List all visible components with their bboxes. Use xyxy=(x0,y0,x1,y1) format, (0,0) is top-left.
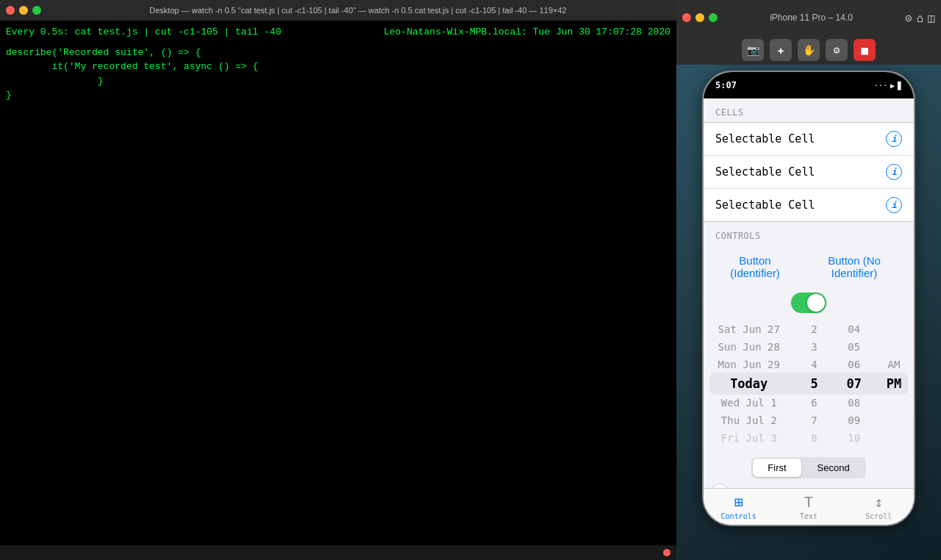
sim-title-icon2: ⌂ xyxy=(917,11,924,25)
settings-tool-button[interactable]: ⚙ xyxy=(826,39,848,61)
date-picker[interactable]: Sat Jun 27 2 04 Sun Jun 28 3 05 Mo xyxy=(704,317,914,450)
tab-text[interactable]: T Text xyxy=(773,493,843,520)
simulator-panel: iPhone 11 Pro – 14.0 ⊙ ⌂ ◫ 📷 ✚ ✋ ⚙ ■ 5:0… xyxy=(676,0,941,560)
tab-scroll-label: Scroll xyxy=(865,512,892,520)
segmented-control: First Second xyxy=(751,457,865,478)
picker-row-selected: Today 5 07 PM xyxy=(704,373,914,394)
tab-text-label: Text xyxy=(800,512,817,520)
sim-minimize-button[interactable] xyxy=(695,13,704,22)
segmented-control-row: First Second xyxy=(704,450,914,486)
text-tab-icon: T xyxy=(804,493,813,511)
picker-rows: Sat Jun 27 2 04 Sun Jun 28 3 05 Mo xyxy=(704,320,914,447)
code-line-3: } xyxy=(6,74,670,89)
cells-section-header: CELLS xyxy=(704,98,914,122)
close-button[interactable] xyxy=(6,6,15,15)
seg-first-button[interactable]: First xyxy=(753,459,801,477)
terminal-titlebar: Desktop — watch -n 0.5 "cat test.js | cu… xyxy=(0,0,676,21)
picker-row-2: Sun Jun 28 3 05 xyxy=(704,338,914,356)
status-icons: ··· ▶ ▊ xyxy=(874,82,902,90)
toggle-switch[interactable] xyxy=(791,292,826,313)
simulator-titlebar: iPhone 11 Pro – 14.0 ⊙ ⌂ ◫ xyxy=(676,0,941,35)
cell-label-3: Selectable Cell xyxy=(715,198,815,212)
terminal-bottom-bar xyxy=(0,545,676,560)
battery-icon: ▊ xyxy=(898,82,902,90)
terminal-window: Desktop — watch -n 0.5 "cat test.js | cu… xyxy=(0,0,676,560)
sim-title-icon3: ◫ xyxy=(928,11,935,25)
signal-icon: ··· xyxy=(874,82,887,90)
iphone-tabbar: ⊞ Controls T Text ↕ Scroll xyxy=(704,488,914,525)
picker-row-3: Mon Jun 29 4 06 AM xyxy=(704,356,914,373)
code-line-1: describe('Recorded suite', () => { xyxy=(6,46,670,60)
hand-tool-button[interactable]: ✋ xyxy=(798,39,820,61)
picker-row-7: Fri Jul 3 8 10 xyxy=(704,429,914,447)
iphone-device: 5:07 ··· ▶ ▊ CELLS Selectable Cell i xyxy=(702,71,915,526)
terminal-timestamp: Leo-Natans-Wix-MPB.local: Tue Jun 30 17:… xyxy=(384,25,670,40)
maximize-button[interactable] xyxy=(32,6,41,15)
tab-controls-label: Controls xyxy=(721,512,756,520)
wifi-icon: ▶ xyxy=(890,82,895,90)
terminal-header: Every 0.5s: cat test.js | cut -c1-105 | … xyxy=(6,25,670,40)
picker-row-5: Wed Jul 1 6 08 xyxy=(704,394,914,412)
cell-label-1: Selectable Cell xyxy=(715,132,815,146)
terminal-body: Every 0.5s: cat test.js | cut -c1-105 | … xyxy=(0,21,676,107)
stop-tool-button[interactable]: ■ xyxy=(854,39,876,61)
add-tool-button[interactable]: ✚ xyxy=(770,39,792,61)
status-time: 5:07 xyxy=(715,80,737,90)
sim-close-button[interactable] xyxy=(682,13,691,22)
sim-maximize-button[interactable] xyxy=(709,13,718,22)
toggle-knob xyxy=(807,294,825,312)
camera-tool-button[interactable]: 📷 xyxy=(742,39,764,61)
terminal-status-dot xyxy=(663,549,670,556)
toggle-row xyxy=(704,288,914,317)
controls-section-header: CONTROLS xyxy=(704,222,914,245)
terminal-watch-cmd: Every 0.5s: cat test.js | cut -c1-105 | … xyxy=(6,25,281,40)
cell-label-2: Selectable Cell xyxy=(715,165,815,179)
info-icon-3[interactable]: i xyxy=(886,197,902,213)
terminal-title: Desktop — watch -n 0.5 "cat test.js | cu… xyxy=(46,6,670,15)
controls-tab-icon: ⊞ xyxy=(734,493,743,511)
button-no-identifier[interactable]: Button (No Identifier) xyxy=(806,254,902,279)
seg-second-button[interactable]: Second xyxy=(803,459,865,477)
controls-buttons: Button (Identifier) Button (No Identifie… xyxy=(704,245,914,288)
sim-title-icon1: ⊙ xyxy=(905,11,912,25)
terminal-code-block: describe('Recorded suite', () => { it('M… xyxy=(6,46,670,103)
iphone-notch xyxy=(765,72,853,90)
iphone-content: CELLS Selectable Cell i Selectable Cell … xyxy=(704,98,914,488)
code-line-2: it('My recorded test', async () => { xyxy=(6,60,670,74)
picker-row-6: Thu Jul 2 7 09 xyxy=(704,412,914,429)
simulator-title: iPhone 11 Pro – 14.0 xyxy=(722,12,901,23)
button-identifier[interactable]: Button (Identifier) xyxy=(715,254,795,279)
info-icon-1[interactable]: i xyxy=(886,131,902,147)
table-row[interactable]: Selectable Cell i xyxy=(704,189,914,221)
minimize-button[interactable] xyxy=(19,6,28,15)
table-row[interactable]: Selectable Cell i xyxy=(704,156,914,189)
iphone-wrapper: 5:07 ··· ▶ ▊ CELLS Selectable Cell i xyxy=(676,71,941,526)
scroll-tab-icon: ↕ xyxy=(874,493,883,511)
simulator-toolbar: 📷 ✚ ✋ ⚙ ■ xyxy=(676,35,941,65)
tab-controls[interactable]: ⊞ Controls xyxy=(704,493,773,520)
code-line-4: } xyxy=(6,88,670,103)
cells-list: Selectable Cell i Selectable Cell i Sele… xyxy=(704,122,914,222)
picker-row-1: Sat Jun 27 2 04 xyxy=(704,320,914,338)
info-icon-2[interactable]: i xyxy=(886,164,902,180)
iphone-status-bar: 5:07 ··· ▶ ▊ xyxy=(704,72,914,98)
table-row[interactable]: Selectable Cell i xyxy=(704,123,914,156)
tab-scroll[interactable]: ↕ Scroll xyxy=(844,493,914,520)
